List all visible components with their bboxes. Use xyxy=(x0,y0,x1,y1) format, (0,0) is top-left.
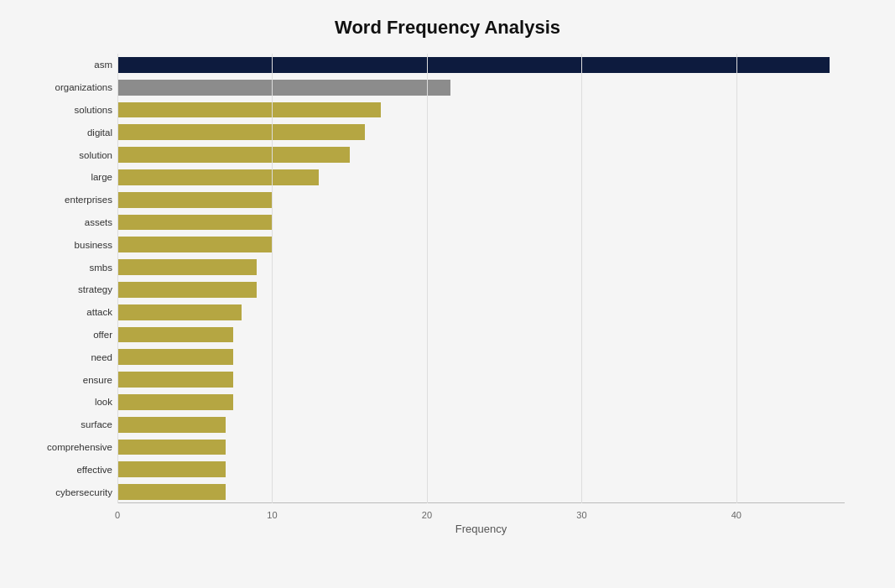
bar-fill xyxy=(117,304,242,320)
x-tick-label: 10 xyxy=(267,510,277,520)
bar-label: solution xyxy=(79,150,112,160)
bar-row: assets xyxy=(117,211,845,234)
bar-fill xyxy=(117,282,257,298)
chart-title: Word Frequency Analysis xyxy=(50,17,845,39)
x-tick-label: 20 xyxy=(422,510,432,520)
bar-fill xyxy=(117,461,226,477)
x-axis-label: Frequency xyxy=(455,523,507,535)
bar-fill xyxy=(117,440,226,455)
bar-label: assets xyxy=(85,217,112,227)
x-tick-label: 40 xyxy=(731,510,741,520)
bar-label: cybersecurity xyxy=(55,487,112,497)
bar-label: comprehensive xyxy=(47,442,112,452)
bar-label: solutions xyxy=(75,105,112,115)
bar-fill xyxy=(117,80,450,96)
bar-label: asm xyxy=(94,60,112,70)
bar-fill xyxy=(117,192,272,208)
bar-row: surface xyxy=(117,414,845,436)
bar-row: large xyxy=(117,166,845,189)
bar-row: offer xyxy=(117,324,845,346)
bar-row: effective xyxy=(117,458,845,481)
x-tick-label: 0 xyxy=(115,510,120,520)
bar-row: look xyxy=(117,391,845,414)
bar-fill xyxy=(117,372,233,388)
bar-row: cybersecurity xyxy=(117,481,845,503)
bar-label: effective xyxy=(76,465,112,475)
bar-label: offer xyxy=(93,330,112,340)
bar-label: need xyxy=(91,352,112,362)
bar-label: strategy xyxy=(78,284,112,294)
bar-row: asm xyxy=(117,54,845,76)
bar-row: organizations xyxy=(117,76,845,99)
bar-fill xyxy=(117,57,830,73)
bar-label: large xyxy=(91,172,112,182)
bar-fill xyxy=(117,215,272,231)
bar-label: surface xyxy=(81,419,112,429)
bar-row: solutions xyxy=(117,99,845,122)
bar-label: digital xyxy=(87,127,112,138)
bar-row: ensure xyxy=(117,368,845,391)
bar-row: solution xyxy=(117,143,845,166)
bar-fill xyxy=(117,237,272,252)
bar-row: need xyxy=(117,346,845,368)
bar-label: business xyxy=(75,240,112,250)
bar-fill xyxy=(117,484,226,500)
bar-row: business xyxy=(117,233,845,256)
bar-fill xyxy=(117,349,233,365)
bar-label: organizations xyxy=(55,82,112,92)
bar-row: enterprises xyxy=(117,189,845,211)
x-tick-label: 30 xyxy=(576,510,586,520)
bar-fill xyxy=(117,124,365,140)
bar-label: smbs xyxy=(90,263,112,273)
bar-row: attack xyxy=(117,301,845,324)
bar-label: ensure xyxy=(83,375,112,385)
bar-row: comprehensive xyxy=(117,436,845,459)
bar-row: digital xyxy=(117,121,845,143)
bar-fill xyxy=(117,394,233,410)
bar-row: strategy xyxy=(117,278,845,301)
bar-fill xyxy=(117,147,350,163)
bar-fill xyxy=(117,259,257,275)
chart-container: Word Frequency Analysis asmorganizations… xyxy=(0,0,895,588)
bar-fill xyxy=(117,102,381,118)
bar-fill xyxy=(117,327,233,343)
bar-label: look xyxy=(95,397,112,407)
bar-row: smbs xyxy=(117,256,845,278)
bar-fill xyxy=(117,169,319,185)
bar-fill xyxy=(117,417,226,433)
bar-label: enterprises xyxy=(65,195,112,205)
bar-label: attack xyxy=(86,307,112,317)
